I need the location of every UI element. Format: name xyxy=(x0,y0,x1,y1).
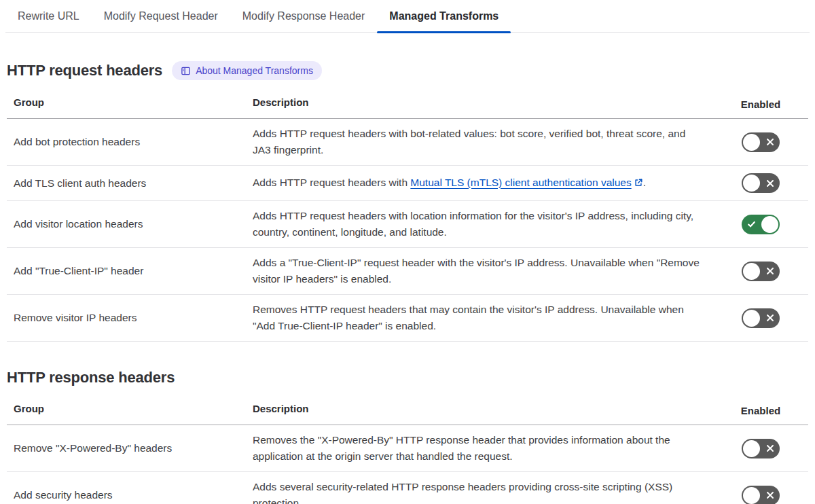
toggle-add-bot-protection-headers[interactable] xyxy=(742,132,780,152)
group-description: Removes HTTP request headers that may co… xyxy=(246,295,713,341)
group-name: Add TLS client auth headers xyxy=(7,168,246,198)
toggle-add-visitor-location-headers[interactable] xyxy=(742,215,780,234)
column-group: Group xyxy=(7,399,246,422)
response-headers-table: Group Description Enabled Remove "X-Powe… xyxy=(7,397,808,504)
book-icon xyxy=(181,66,191,76)
x-icon xyxy=(766,444,774,452)
table-row: Add security headers Adds several securi… xyxy=(7,472,808,504)
toggle-remove-visitor-ip-headers[interactable] xyxy=(742,308,780,328)
external-link-icon xyxy=(634,176,643,192)
group-description: Adds HTTP request headers with Mutual TL… xyxy=(246,168,713,199)
tab-rewrite-url[interactable]: Rewrite URL xyxy=(5,0,92,32)
group-name: Add "True-Client-IP" header xyxy=(7,256,246,286)
toggle-add-security-headers[interactable] xyxy=(742,486,780,504)
x-icon xyxy=(766,267,774,275)
x-icon xyxy=(766,179,774,187)
group-name: Remove visitor IP headers xyxy=(7,303,246,333)
table-row: Add TLS client auth headers Adds HTTP re… xyxy=(7,166,808,201)
column-enabled: Enabled xyxy=(713,91,808,118)
x-icon xyxy=(766,138,774,146)
tab-modify-response-header[interactable]: Modify Response Header xyxy=(230,0,378,32)
table-row: Add bot protection headers Adds HTTP req… xyxy=(7,119,808,166)
mtls-values-link[interactable]: Mutual TLS (mTLS) client authentication … xyxy=(410,177,631,188)
table-row: Remove visitor IP headers Removes HTTP r… xyxy=(7,295,808,342)
table-row: Remove "X-Powered-By" headers Removes th… xyxy=(7,425,808,472)
column-enabled: Enabled xyxy=(713,397,808,425)
toggle-knob xyxy=(743,263,760,280)
table-header-row: Group Description Enabled xyxy=(7,91,808,119)
toggle-add-tls-client-auth-headers[interactable] xyxy=(742,173,780,193)
group-description: Adds a "True-Client-IP" request header w… xyxy=(246,248,713,294)
tab-managed-transforms[interactable]: Managed Transforms xyxy=(377,0,511,32)
toggle-knob xyxy=(743,175,760,192)
check-icon xyxy=(747,220,756,229)
column-description: Description xyxy=(246,93,713,116)
group-description: Adds HTTP request headers with location … xyxy=(246,201,713,247)
response-section-title: HTTP response headers xyxy=(7,369,175,386)
group-name: Add visitor location headers xyxy=(7,209,246,239)
column-group: Group xyxy=(7,93,246,116)
group-description: Adds HTTP request headers with bot-relat… xyxy=(246,119,713,165)
toggle-add-true-client-ip-header[interactable] xyxy=(742,262,780,281)
group-name: Remove "X-Powered-By" headers xyxy=(7,433,246,463)
response-section-header: HTTP response headers xyxy=(7,369,808,386)
x-icon xyxy=(766,491,774,499)
toggle-knob xyxy=(743,487,760,504)
group-name: Add bot protection headers xyxy=(7,127,246,157)
toggle-knob xyxy=(761,216,778,233)
table-row: Add visitor location headers Adds HTTP r… xyxy=(7,201,808,248)
column-description: Description xyxy=(246,399,713,422)
description-text: . xyxy=(643,177,646,188)
group-name: Add security headers xyxy=(7,480,246,504)
toggle-knob xyxy=(743,134,760,151)
badge-label: About Managed Transforms xyxy=(196,65,313,76)
request-headers-table: Group Description Enabled Add bot protec… xyxy=(7,91,808,342)
request-section-title: HTTP request headers xyxy=(7,62,162,79)
tab-bar: Rewrite URL Modify Request Header Modify… xyxy=(5,0,810,33)
tab-modify-request-header[interactable]: Modify Request Header xyxy=(92,0,230,32)
group-description: Adds several security-related HTTP respo… xyxy=(246,472,713,504)
x-icon xyxy=(766,314,774,322)
request-section-header: HTTP request headers About Managed Trans… xyxy=(7,61,808,80)
description-text: Adds HTTP request headers with xyxy=(253,177,410,188)
toggle-knob xyxy=(743,440,760,457)
about-managed-transforms-link[interactable]: About Managed Transforms xyxy=(172,61,322,80)
table-row: Add "True-Client-IP" header Adds a "True… xyxy=(7,248,808,295)
toggle-remove-x-powered-by-headers[interactable] xyxy=(742,439,780,458)
group-description: Removes the "X-Powered-By" HTTP response… xyxy=(246,425,713,471)
toggle-knob xyxy=(743,310,760,327)
table-header-row: Group Description Enabled xyxy=(7,397,808,425)
